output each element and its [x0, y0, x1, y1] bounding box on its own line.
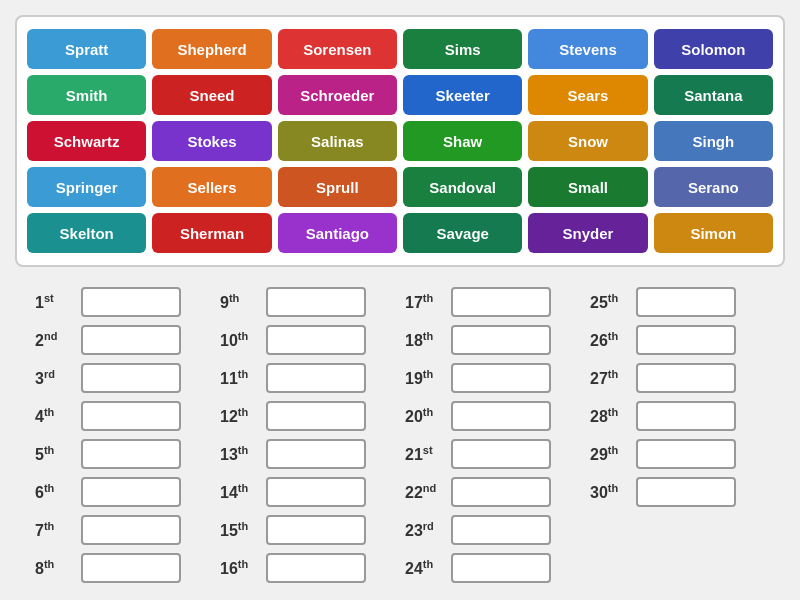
ordinal-label: 25th — [590, 292, 630, 312]
answer-input[interactable] — [266, 363, 366, 393]
answer-row: 30th — [590, 477, 765, 507]
word-chip[interactable]: Sneed — [152, 75, 271, 115]
answer-input[interactable] — [81, 325, 181, 355]
ordinal-label: 15th — [220, 520, 260, 540]
answer-input[interactable] — [266, 515, 366, 545]
ordinal-label: 3rd — [35, 368, 75, 388]
answer-input[interactable] — [266, 287, 366, 317]
answer-row: 5th — [35, 439, 210, 469]
answer-input[interactable] — [636, 401, 736, 431]
ordinal-label: 23rd — [405, 520, 445, 540]
answer-row: 4th — [35, 401, 210, 431]
answer-input[interactable] — [81, 553, 181, 583]
word-chip[interactable]: Savage — [403, 213, 522, 253]
word-chip[interactable]: Sherman — [152, 213, 271, 253]
ordinal-label: 22nd — [405, 482, 445, 502]
answer-input[interactable] — [81, 363, 181, 393]
answer-input[interactable] — [266, 477, 366, 507]
ordinal-label: 11th — [220, 368, 260, 388]
ordinal-label: 7th — [35, 520, 75, 540]
word-chip[interactable]: Salinas — [278, 121, 397, 161]
answer-row: 19th — [405, 363, 580, 393]
answer-input[interactable] — [451, 363, 551, 393]
answer-row: 24th — [405, 553, 580, 583]
answer-row: 15th — [220, 515, 395, 545]
answer-row: 17th — [405, 287, 580, 317]
ordinal-label: 4th — [35, 406, 75, 426]
answer-row: 8th — [35, 553, 210, 583]
word-chip[interactable]: Snyder — [528, 213, 647, 253]
answer-input[interactable] — [451, 325, 551, 355]
answer-row: 7th — [35, 515, 210, 545]
answer-input[interactable] — [451, 477, 551, 507]
answer-input[interactable] — [81, 287, 181, 317]
answer-row: 26th — [590, 325, 765, 355]
word-chip[interactable]: Smith — [27, 75, 146, 115]
answer-row: 6th — [35, 477, 210, 507]
answer-input[interactable] — [451, 287, 551, 317]
word-chip[interactable]: Santana — [654, 75, 773, 115]
word-chip[interactable]: Skeeter — [403, 75, 522, 115]
answer-input[interactable] — [266, 553, 366, 583]
ordinal-label: 19th — [405, 368, 445, 388]
word-chip[interactable]: Stevens — [528, 29, 647, 69]
answer-row: 13th — [220, 439, 395, 469]
answer-row: 21st — [405, 439, 580, 469]
answer-input[interactable] — [636, 477, 736, 507]
answer-row: 9th — [220, 287, 395, 317]
word-chip[interactable]: Sprull — [278, 167, 397, 207]
answer-input[interactable] — [266, 401, 366, 431]
answer-input[interactable] — [451, 515, 551, 545]
answer-input[interactable] — [451, 553, 551, 583]
ordinal-label: 5th — [35, 444, 75, 464]
word-chip[interactable]: Santiago — [278, 213, 397, 253]
answer-input[interactable] — [81, 439, 181, 469]
ordinal-label: 27th — [590, 368, 630, 388]
word-chip[interactable]: Stokes — [152, 121, 271, 161]
word-chip[interactable]: Sorensen — [278, 29, 397, 69]
answer-input[interactable] — [636, 325, 736, 355]
word-chip[interactable]: Springer — [27, 167, 146, 207]
ordinal-label: 6th — [35, 482, 75, 502]
answer-input[interactable] — [81, 515, 181, 545]
word-chip[interactable]: Sandoval — [403, 167, 522, 207]
word-chip[interactable]: Small — [528, 167, 647, 207]
answer-row: 14th — [220, 477, 395, 507]
ordinal-label: 1st — [35, 292, 75, 312]
answer-input[interactable] — [81, 477, 181, 507]
answer-input[interactable] — [451, 439, 551, 469]
answer-input[interactable] — [266, 439, 366, 469]
word-chip[interactable]: Spratt — [27, 29, 146, 69]
answer-input[interactable] — [636, 439, 736, 469]
ordinal-label: 13th — [220, 444, 260, 464]
word-chip[interactable]: Sears — [528, 75, 647, 115]
word-chip[interactable]: Sellers — [152, 167, 271, 207]
word-chip[interactable]: Skelton — [27, 213, 146, 253]
ordinal-label: 21st — [405, 444, 445, 464]
answer-input[interactable] — [636, 287, 736, 317]
word-chip[interactable]: Serano — [654, 167, 773, 207]
word-chip[interactable]: Shaw — [403, 121, 522, 161]
ordinal-label: 2nd — [35, 330, 75, 350]
answer-input[interactable] — [81, 401, 181, 431]
answer-input[interactable] — [266, 325, 366, 355]
answer-row: 10th — [220, 325, 395, 355]
ordinal-label: 26th — [590, 330, 630, 350]
ordinal-label: 28th — [590, 406, 630, 426]
answer-row: 11th — [220, 363, 395, 393]
ordinal-label: 12th — [220, 406, 260, 426]
answer-input[interactable] — [451, 401, 551, 431]
word-chip[interactable]: Sims — [403, 29, 522, 69]
word-chip[interactable]: Snow — [528, 121, 647, 161]
ordinal-label: 9th — [220, 292, 260, 312]
empty-cell — [590, 553, 765, 583]
word-chip[interactable]: Singh — [654, 121, 773, 161]
word-chip[interactable]: Solomon — [654, 29, 773, 69]
answer-row: 22nd — [405, 477, 580, 507]
answer-input[interactable] — [636, 363, 736, 393]
word-chip[interactable]: Shepherd — [152, 29, 271, 69]
answer-row: 20th — [405, 401, 580, 431]
word-chip[interactable]: Schroeder — [278, 75, 397, 115]
word-chip[interactable]: Schwartz — [27, 121, 146, 161]
word-chip[interactable]: Simon — [654, 213, 773, 253]
